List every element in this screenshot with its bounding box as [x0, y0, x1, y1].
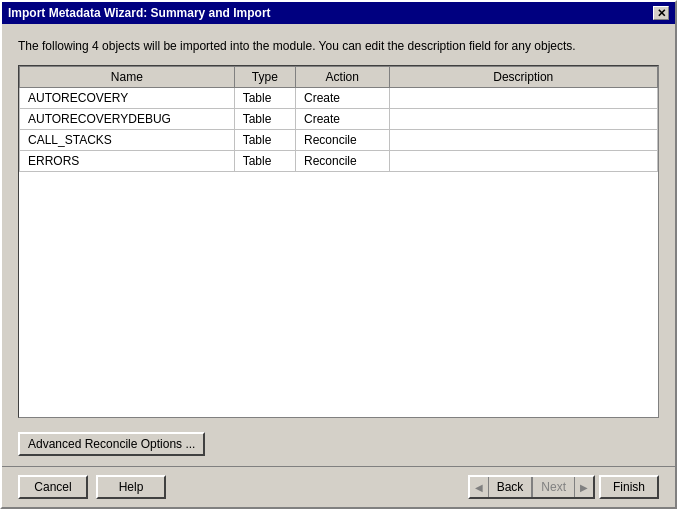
- table-row: AUTORECOVERYTableCreate: [20, 87, 658, 108]
- cell-description[interactable]: [389, 150, 657, 171]
- cell-name: AUTORECOVERY: [20, 87, 235, 108]
- next-arrow-icon[interactable]: ▶: [575, 480, 593, 495]
- col-header-description: Description: [389, 66, 657, 87]
- back-arrow-icon[interactable]: ◀: [470, 480, 488, 495]
- cell-action: Reconcile: [295, 150, 389, 171]
- col-header-type: Type: [234, 66, 295, 87]
- cell-action: Create: [295, 87, 389, 108]
- table-row: AUTORECOVERYDEBUGTableCreate: [20, 108, 658, 129]
- back-next-group: ◀ Back Next ▶: [468, 475, 595, 499]
- cell-action: Reconcile: [295, 129, 389, 150]
- cell-type: Table: [234, 129, 295, 150]
- col-header-action: Action: [295, 66, 389, 87]
- cancel-button[interactable]: Cancel: [18, 475, 88, 499]
- next-button[interactable]: Next: [532, 477, 575, 497]
- content-area: The following 4 objects will be imported…: [2, 24, 675, 466]
- cell-action: Create: [295, 108, 389, 129]
- wizard-window: Import Metadata Wizard: Summary and Impo…: [0, 0, 677, 509]
- advanced-reconcile-button[interactable]: Advanced Reconcile Options ...: [18, 432, 205, 456]
- table-header-row: Name Type Action Description: [20, 66, 658, 87]
- cell-description[interactable]: [389, 108, 657, 129]
- bottom-right-buttons: ◀ Back Next ▶ Finish: [468, 475, 659, 499]
- finish-button[interactable]: Finish: [599, 475, 659, 499]
- col-header-name: Name: [20, 66, 235, 87]
- cell-name: CALL_STACKS: [20, 129, 235, 150]
- objects-table-container: Name Type Action Description AUTORECOVER…: [18, 65, 659, 418]
- title-bar: Import Metadata Wizard: Summary and Impo…: [2, 2, 675, 24]
- cell-name: AUTORECOVERYDEBUG: [20, 108, 235, 129]
- close-button[interactable]: ✕: [653, 6, 669, 20]
- back-section: ◀ Back: [470, 477, 533, 497]
- table-row: CALL_STACKSTableReconcile: [20, 129, 658, 150]
- cell-description[interactable]: [389, 87, 657, 108]
- cell-description[interactable]: [389, 129, 657, 150]
- bottom-bar: Cancel Help ◀ Back Next ▶ Finish: [2, 466, 675, 507]
- cell-type: Table: [234, 87, 295, 108]
- window-title: Import Metadata Wizard: Summary and Impo…: [8, 6, 271, 20]
- cell-type: Table: [234, 150, 295, 171]
- next-section: Next ▶: [532, 477, 593, 497]
- back-button[interactable]: Back: [488, 477, 533, 497]
- objects-table: Name Type Action Description AUTORECOVER…: [19, 66, 658, 172]
- help-button[interactable]: Help: [96, 475, 166, 499]
- info-text: The following 4 objects will be imported…: [18, 38, 659, 55]
- cell-name: ERRORS: [20, 150, 235, 171]
- advanced-btn-row: Advanced Reconcile Options ...: [18, 432, 659, 456]
- table-row: ERRORSTableReconcile: [20, 150, 658, 171]
- bottom-left-buttons: Cancel Help: [18, 475, 166, 499]
- cell-type: Table: [234, 108, 295, 129]
